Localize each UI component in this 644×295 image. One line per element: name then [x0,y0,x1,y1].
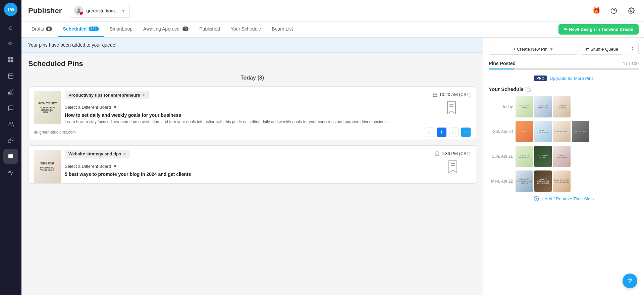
create-pin-button[interactable]: + Create New Pin ▼ [489,44,578,55]
gift-icon[interactable]: 🎁 [590,5,602,17]
board-tag-close[interactable]: × [142,92,145,98]
top-header: Publisher greenstudiom... ▼ 🎁 [21,0,644,21]
select-board-dropdown-2[interactable]: Select a Different Board ▼ [65,164,431,169]
pin-card: TIPS FOR PROMOTING YOUR BLOG Website str… [28,145,476,184]
schedule-row-mon: Mon, Apr 22 THE MOST POPULAR BLOG POSTS … [489,170,639,192]
pin-card-top-row-2: TIPS FOR PROMOTING YOUR BLOG Website str… [29,146,476,183]
tab-published[interactable]: Published [195,21,225,37]
main-content: Your pins have been added to your queue!… [21,38,483,295]
pin-card-body: Productivity tips for entrepreneurs × Se… [65,91,429,125]
pins-progress-fill [489,68,514,70]
upgrade-link[interactable]: Upgrade for More Pins [550,76,594,81]
pin-card-body-2: Website strategy and tips × Select a Dif… [65,150,431,177]
schedule-row-sat: Sat, Apr 20 TIPS HOW TO STRUCTURE CANVA … [489,121,639,142]
sidebar-item-calendar[interactable] [3,68,18,83]
settings-icon[interactable] [625,5,637,17]
schedule-thumb[interactable]: BLOG STRATEGY [553,146,571,167]
sidebar-item-compose[interactable]: ✏ [3,36,18,51]
pin-twitter-icon[interactable]: 🐦 [461,128,471,137]
info-banner: Your pins have been added to your queue! [21,38,483,53]
sidebar-item-publisher[interactable] [3,149,18,164]
nav-tabs: Drafts 0 Scheduled 111 SmartLoop Awaitin… [21,21,644,38]
content-area: Your pins have been added to your queue!… [21,38,644,295]
shuffle-queue-button[interactable]: ⇄ Shuffle Queue [581,44,624,55]
schedule-thumb[interactable]: TIPS FOR BUSINESS [534,96,552,117]
sidebar-logo[interactable]: TW [4,3,17,16]
svg-rect-0 [8,57,11,60]
scheduled-pins-area: Scheduled Pins Today (3) HOW TO SET ACHI… [21,53,483,196]
more-options-button[interactable]: ⋮ [626,43,639,55]
your-schedule-section: Your Schedule ? Today HOW TO SET GOALS T… [489,86,639,201]
your-schedule-header: Your Schedule ? [489,86,639,92]
schedule-thumb[interactable]: HOW TO MARKET [553,96,571,117]
pin-source: green-studiomx.com [34,130,422,135]
pin-action-icon-2[interactable] [447,160,458,175]
schedule-thumb[interactable]: BLOG TIPS [572,121,589,142]
board-tag-close-2[interactable]: × [123,151,126,157]
board-tag[interactable]: Productivity tips for entrepreneurs × [65,91,149,99]
schedule-thumb[interactable]: HOW TO SET GOALS [516,96,533,117]
schedule-thumbs-mon: THE MOST POPULAR BLOG POSTS HOW TO CREAT… [516,170,571,192]
new-design-button[interactable]: ✏ New! Design in Tailwind Create [558,24,639,35]
pin-time-2: 4:36 PM (CST) [435,151,471,156]
sidebar-item-people[interactable] [3,117,18,132]
add-time-slots-button[interactable]: + Add / Remove Time Slots [489,196,639,201]
schedule-thumb[interactable]: HOW TO STRUCTURE [534,121,552,142]
help-icon[interactable] [608,5,620,17]
pin-action-icon[interactable] [446,101,457,116]
tab-your-schedule[interactable]: Your Schedule [226,21,266,37]
main-area: Publisher greenstudiom... ▼ 🎁 Drafts 0 [21,0,644,295]
help-bubble[interactable]: ? [623,274,637,288]
pins-posted-header: Pins Posted 17 / 100 [489,61,639,66]
pin-time: 10:20 AM (CST) [433,92,471,97]
sidebar-item-link[interactable] [3,133,18,148]
schedule-info-icon[interactable]: ? [526,87,531,92]
svg-rect-8 [8,92,9,94]
svg-point-14 [81,13,83,15]
schedule-thumb[interactable]: IS CANVA POSTS [534,146,552,167]
schedule-thumb[interactable]: TIPS FOR AESTHETIC [516,146,533,167]
account-avatar [74,6,84,15]
sidebar: TW ⌂ ✏ [0,0,21,295]
sidebar-item-home[interactable]: ⌂ [3,20,18,35]
board-tag-2[interactable]: Website strategy and tips × [65,150,129,158]
schedule-thumb[interactable]: HOW TO START SOCIAL MEDIA [553,170,571,192]
select-board-dropdown[interactable]: Select a Different Board ▼ [65,105,429,110]
schedule-thumb[interactable]: TIPS [516,121,533,142]
pin-tw-unchecked[interactable]: □ [449,128,459,137]
account-dropdown-arrow: ▼ [121,8,125,13]
tab-drafts[interactable]: Drafts 0 [27,21,57,37]
pin-fb-icon[interactable]: f [437,128,446,137]
pins-posted-count: 17 / 100 [623,61,639,66]
sidebar-item-media[interactable] [3,52,18,67]
svg-rect-2 [8,60,11,62]
schedule-thumb[interactable]: CANVA BLOG [553,121,571,142]
sidebar-item-community[interactable] [3,101,18,115]
svg-rect-9 [10,91,11,94]
svg-rect-10 [12,90,13,94]
tab-awaiting-approval[interactable]: Awaiting Approval 0 [139,21,193,37]
scheduled-badge: 111 [89,27,99,31]
sidebar-item-analytics[interactable] [3,85,18,99]
svg-point-24 [34,131,38,134]
day-group-label: Today (3) [28,75,476,81]
page-title: Scheduled Pins [28,59,476,68]
schedule-date-today: Today [489,104,513,109]
tab-board-list[interactable]: Board List [267,21,298,37]
pin-fb-unchecked[interactable]: □ [425,128,434,137]
pin-footer: green-studiomx.com □ f □ 🐦 [29,125,476,140]
svg-point-13 [78,8,80,11]
schedule-thumb[interactable]: HOW TO CREATE ON INSTAGRAM [534,170,552,192]
tab-smartloop[interactable]: SmartLoop [105,21,137,37]
schedule-row-today: Today HOW TO SET GOALS TIPS FOR BUSINESS… [489,96,639,117]
schedule-date-sat: Sat, Apr 20 [489,129,513,134]
schedule-thumbs-sat: TIPS HOW TO STRUCTURE CANVA BLOG BLOG TI… [516,121,589,142]
pins-progress-bar [489,68,639,70]
schedule-thumbs-today: HOW TO SET GOALS TIPS FOR BUSINESS HOW T… [516,96,571,117]
account-selector[interactable]: greenstudiom... ▼ [70,4,129,18]
svg-point-17 [631,10,632,11]
pin-title: How to set daily and weekly goals for yo… [65,112,429,118]
sidebar-item-chart[interactable] [3,165,18,180]
schedule-thumb[interactable]: THE MOST POPULAR BLOG POSTS [516,170,533,192]
tab-scheduled[interactable]: Scheduled 111 [58,21,103,37]
